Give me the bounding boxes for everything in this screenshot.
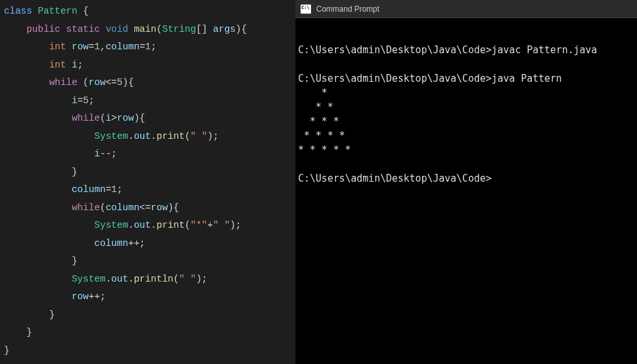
- code-token: int: [49, 42, 72, 52]
- code-token: static: [66, 24, 106, 34]
- terminal-title-text: Command Prompt: [316, 5, 379, 14]
- code-token: out: [134, 220, 151, 230]
- code-token: <=: [140, 202, 151, 213]
- code-line[interactable]: }: [0, 342, 295, 360]
- code-token: (: [100, 113, 106, 123]
- code-token: class: [4, 6, 38, 16]
- code-token: );: [230, 220, 241, 230]
- code-token: " ": [213, 220, 230, 230]
- code-token: ,: [100, 42, 106, 52]
- code-token: while: [71, 202, 100, 213]
- code-token: 5: [83, 95, 89, 106]
- code-token: );: [207, 131, 218, 141]
- terminal-line: * * * * *: [298, 143, 634, 157]
- terminal-line: [298, 157, 634, 171]
- code-token: }: [71, 256, 77, 266]
- terminal-line: *: [298, 86, 634, 100]
- code-line[interactable]: i=5;: [0, 92, 295, 110]
- code-token: .: [128, 274, 134, 284]
- code-line[interactable]: while(i>row){: [0, 110, 295, 128]
- code-token: print: [156, 131, 185, 141]
- code-token: (: [184, 131, 190, 141]
- code-line[interactable]: }: [0, 306, 295, 324]
- code-token: 5: [117, 77, 123, 88]
- code-line[interactable]: column=1;: [0, 181, 295, 199]
- code-line[interactable]: column++;: [0, 235, 295, 253]
- code-token: 1: [145, 42, 151, 52]
- code-token: 1: [111, 184, 117, 195]
- code-line[interactable]: class Pattern {: [0, 3, 295, 21]
- code-token: while: [49, 77, 83, 88]
- code-line[interactable]: while(column<=row){: [0, 199, 295, 217]
- code-token: >: [111, 113, 117, 123]
- code-token: row: [71, 42, 88, 52]
- code-token: out: [111, 274, 128, 284]
- code-token: i: [94, 149, 100, 159]
- code-token: +: [207, 220, 213, 230]
- code-token: System: [71, 274, 105, 284]
- code-line[interactable]: System.out.print(" ");: [0, 128, 295, 146]
- code-token: =: [140, 42, 145, 52]
- code-token: (: [83, 77, 89, 88]
- code-token: (: [184, 220, 190, 230]
- code-token: main: [134, 24, 156, 34]
- code-token: ;: [89, 95, 95, 106]
- code-token: {: [83, 6, 89, 16]
- code-token: []: [196, 24, 213, 34]
- code-token: --;: [100, 149, 117, 159]
- code-token: System: [94, 131, 128, 141]
- terminal-line: * *: [298, 100, 634, 114]
- code-token: }: [71, 167, 77, 177]
- code-token: column: [106, 42, 140, 52]
- code-token: String: [162, 24, 196, 34]
- code-line[interactable]: i--;: [0, 145, 295, 164]
- code-token: =: [77, 95, 83, 106]
- code-token: public: [27, 24, 66, 34]
- code-line[interactable]: while (row<=5){: [0, 74, 295, 92]
- code-content[interactable]: class Pattern { public static void main(…: [0, 3, 295, 359]
- code-line[interactable]: System.out.print("*"+" ");: [0, 217, 295, 235]
- code-token: ){: [168, 202, 179, 213]
- code-token: }: [49, 309, 55, 320]
- cmd-icon: [301, 5, 311, 14]
- code-token: }: [4, 345, 10, 356]
- code-token: i: [71, 60, 77, 70]
- terminal-line: C:\Users\admin\Desktop\Java\Code>javac P…: [298, 43, 634, 57]
- code-token: "*": [190, 220, 207, 230]
- code-token: i: [71, 95, 77, 106]
- code-line[interactable]: }: [0, 252, 295, 271]
- code-token: column: [94, 238, 128, 249]
- code-token: .: [128, 131, 134, 141]
- code-token: (: [156, 24, 162, 34]
- code-token: .: [151, 220, 156, 230]
- terminal-titlebar[interactable]: Command Prompt: [295, 0, 637, 18]
- code-line[interactable]: }: [0, 324, 295, 342]
- code-line[interactable]: int i;: [0, 56, 295, 75]
- code-token: .: [151, 131, 156, 141]
- code-token: <=: [106, 77, 117, 88]
- code-line[interactable]: }: [0, 164, 295, 182]
- code-token: args: [213, 24, 236, 34]
- code-token: println: [134, 274, 173, 284]
- code-line[interactable]: System.out.println(" ");: [0, 271, 295, 289]
- code-token: row: [89, 77, 106, 88]
- code-token: (: [173, 274, 179, 284]
- terminal-output[interactable]: C:\Users\admin\Desktop\Java\Code>javac P…: [295, 18, 637, 364]
- code-token: row: [117, 113, 134, 123]
- code-editor[interactable]: class Pattern { public static void main(…: [0, 0, 295, 364]
- code-line[interactable]: int row=1,column=1;: [0, 38, 295, 56]
- terminal-line: [298, 29, 634, 43]
- terminal-line: C:\Users\admin\Desktop\Java\Code>java Pa…: [298, 71, 634, 86]
- code-token: ;: [77, 60, 83, 70]
- code-token: column: [106, 202, 140, 213]
- code-token: ++;: [128, 238, 145, 249]
- code-line[interactable]: public static void main(String[] args){: [0, 21, 295, 39]
- code-token: " ": [190, 131, 207, 141]
- code-token: row: [151, 202, 168, 213]
- code-token: ){: [236, 24, 247, 34]
- code-token: row: [71, 291, 88, 302]
- code-token: ){: [123, 77, 134, 88]
- code-token: ++;: [89, 291, 106, 302]
- code-line[interactable]: row++;: [0, 288, 295, 306]
- code-token: out: [134, 131, 151, 141]
